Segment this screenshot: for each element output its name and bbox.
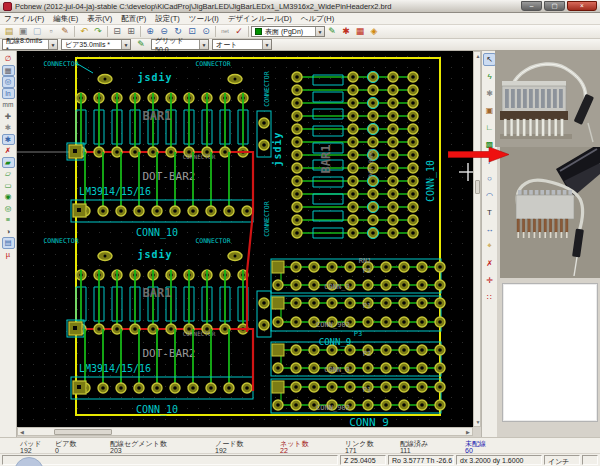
scroll-right-icon[interactable]: ▶ <box>464 428 472 436</box>
via-size-select[interactable]: ビア35.0mils * ▼ <box>61 39 131 50</box>
pcbnew-window: Pcbnew (2012-jul-04-ja)-stable C:\develo… <box>0 0 600 466</box>
minimize-button[interactable]: – <box>521 1 542 11</box>
vscroll-thumb[interactable] <box>475 180 480 194</box>
pads-sketch-icon[interactable]: ◉ <box>2 191 15 203</box>
zones-outline-icon[interactable]: ▭ <box>2 180 15 192</box>
silk-label-connector: CONNECTOR <box>263 201 271 236</box>
add-text-icon[interactable]: T <box>483 206 496 219</box>
delete-item-icon[interactable]: ✗ <box>483 257 496 270</box>
layer-selector-value: 表面 (PgDn) <box>265 27 303 37</box>
led-driver-block-top <box>43 60 253 239</box>
high-contrast-icon[interactable]: ◑ <box>2 226 15 238</box>
add-dimension-icon[interactable]: ↔ <box>483 223 496 236</box>
toolbar-separator <box>215 26 216 37</box>
drc-icon[interactable]: ✓ <box>232 25 246 38</box>
grid-origin-icon[interactable]: ∷ <box>483 291 496 304</box>
silk-label-conn9: CONN_9 <box>319 337 352 347</box>
edit-tracks-icon[interactable]: ✎ <box>325 25 339 38</box>
print-icon[interactable]: ⊟ <box>110 25 124 38</box>
tracks-sketch-icon[interactable]: ≡ <box>2 214 15 226</box>
layer-color-swatch <box>255 28 262 35</box>
netlist-icon[interactable]: net <box>218 25 232 38</box>
silk-label-bar1: BAR1 <box>319 145 333 174</box>
add-circle-icon[interactable]: ○ <box>483 172 496 185</box>
auto-track-width-icon[interactable]: ✎ <box>134 38 148 51</box>
zoom-select-icon[interactable]: ⊙ <box>199 25 213 38</box>
menu-tools[interactable]: ツール(I) <box>189 14 219 24</box>
pcb-canvas[interactable]: CONNECTOR CONNECTOR jsdiy BAR1 <box>17 51 473 427</box>
ref-label-p1: P1 <box>363 302 371 310</box>
chevron-down-icon[interactable]: ▼ <box>48 40 57 49</box>
ref-label-p3: P3 <box>354 330 362 338</box>
menu-place[interactable]: 配置(P) <box>121 14 146 24</box>
grid-size-select[interactable]: グリッド 50.0 ▼ <box>151 39 209 50</box>
statusbar-units-cell: インチ <box>544 455 580 465</box>
chevron-down-icon[interactable]: ▼ <box>121 40 130 49</box>
canvas-hscrollbar[interactable]: ◀ ▶ <box>17 427 473 436</box>
menu-preferences[interactable]: 設定(T) <box>155 14 180 24</box>
hide-grid-icon[interactable]: ▦ <box>353 25 367 38</box>
maximize-button[interactable]: ▢ <box>544 1 565 11</box>
ref-label-p2: P2 <box>363 350 371 358</box>
module-editor-icon[interactable]: ✎ <box>58 25 72 38</box>
menu-help[interactable]: ヘルプ(H) <box>301 14 334 24</box>
silk-label-conn902: CONN_902 <box>316 321 350 329</box>
add-arc-icon[interactable]: ◠ <box>483 189 496 202</box>
main-toolbar: ▤ ▣ ▢ ▫ ✎ ↶ ↷ ⊟ ⊞ ⊕ ⊖ ↻ ⊡ ⊙ net ✓ 表面 (Pg… <box>0 25 600 39</box>
scroll-left-icon[interactable]: ◀ <box>18 428 26 436</box>
silk-label-jsdiy: jsdiy <box>272 131 283 166</box>
units-mm-icon[interactable]: mm <box>2 99 15 111</box>
hide-zones-icon[interactable]: ▱ <box>2 168 15 180</box>
menu-file[interactable]: ファイル(F) <box>4 14 44 24</box>
canvas-vscrollbar[interactable]: ▲ ▼ <box>473 51 481 427</box>
undo-icon[interactable]: ↶ <box>77 25 91 38</box>
titlebar[interactable]: Pcbnew (2012-jul-04-ja)-stable C:\develo… <box>0 0 600 13</box>
page-settings-icon[interactable]: ▫ <box>44 25 58 38</box>
silk-label-conn10: CONN_10 <box>425 160 437 202</box>
drc-off-icon[interactable]: ∅ <box>2 53 15 65</box>
module-ratsnest-icon[interactable]: ✱ <box>2 134 15 146</box>
bargraph-section-right: CONNECTOR jsdiy CONNECTOR BAR1 DOT-BAR2 … <box>263 71 437 238</box>
track-width-select[interactable]: 配線8.0mils * ▼ <box>2 39 58 50</box>
units-inch-icon[interactable]: In <box>2 88 15 100</box>
menu-design-rules[interactable]: デザインルール(D) <box>228 14 292 24</box>
annotation-arrow-icon <box>448 147 510 162</box>
microwave-mode-icon[interactable]: µ <box>2 249 15 261</box>
chevron-down-icon[interactable]: ▼ <box>262 40 271 49</box>
microwave-tools-icon[interactable]: ◈ <box>367 25 381 38</box>
chevron-down-icon[interactable]: ▼ <box>199 40 208 49</box>
close-button[interactable]: × <box>567 1 597 11</box>
general-ratsnest-icon[interactable]: ✱ <box>2 122 15 134</box>
vias-sketch-icon[interactable]: ◎ <box>2 203 15 215</box>
silk-label-dot-bar2: DOT-BAR2 <box>367 148 374 177</box>
hscroll-thumb[interactable] <box>54 429 112 435</box>
photo-led-bargraph-top <box>495 50 600 147</box>
connector-grid-section: RN1 P2 CONN_9 P1 CONN_902 P3 CONN_9 P2 C… <box>271 257 445 427</box>
silk-label-conn9: CONN_9 <box>324 283 349 291</box>
plot-icon[interactable]: ⊞ <box>124 25 138 38</box>
menu-view[interactable]: 表示(V) <box>87 14 112 24</box>
show-ratsnest-icon[interactable]: ✱ <box>339 25 353 38</box>
polar-coords-icon[interactable]: ◎ <box>2 76 15 88</box>
drill-origin-icon[interactable]: ✛ <box>483 274 496 287</box>
zoom-value: オート <box>216 40 237 50</box>
silk-label-conn9-big: CONN_9 <box>349 416 389 427</box>
show-zones-icon[interactable]: ▰ <box>2 157 15 169</box>
menu-edit[interactable]: 編集(E) <box>53 14 78 24</box>
statusbar-ro-th-cell: Ro 3.5777 Th -26.6 <box>388 455 454 465</box>
pcb-drawing: CONNECTOR CONNECTOR jsdiy BAR1 <box>17 51 473 427</box>
toolbar-separator <box>74 26 75 37</box>
toolbar-separator <box>107 26 108 37</box>
board-outline <box>76 58 440 415</box>
grid-toggle-icon[interactable]: ▦ <box>2 65 15 77</box>
statusbar: Z 25.0405 Ro 3.5777 Th -26.6 dx 3.2000 d… <box>0 453 600 466</box>
chevron-down-icon[interactable]: ▼ <box>315 27 324 36</box>
zoom-select-combo[interactable]: オート ▼ <box>212 39 272 50</box>
silk-label-conn9: CONN_9 <box>324 366 349 374</box>
layers-manager-icon[interactable]: ▤ <box>2 237 15 249</box>
add-target-icon[interactable]: ⌖ <box>483 240 496 253</box>
redo-icon[interactable]: ↷ <box>91 25 105 38</box>
layer-selector[interactable]: 表面 (PgDn) ▼ <box>251 26 325 37</box>
auto-delete-track-icon[interactable]: ✗ <box>2 145 15 157</box>
cursor-shape-icon[interactable]: ✚ <box>2 111 15 123</box>
